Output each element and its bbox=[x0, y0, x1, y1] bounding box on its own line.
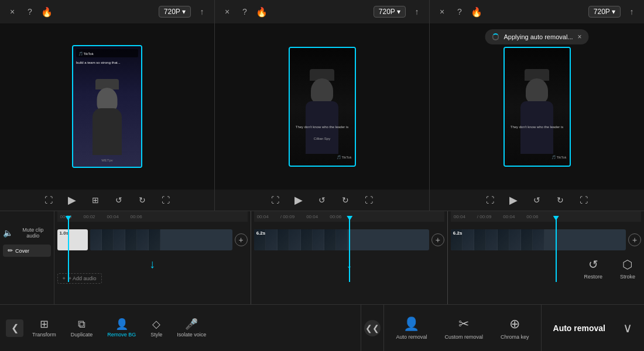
panel2-sub-text: Cillian Spy bbox=[314, 137, 330, 140]
panel3-video-content: They don't know who the leader is 🎵 TikT… bbox=[505, 48, 570, 166]
auto-removal-label: Auto removal bbox=[396, 334, 427, 340]
tl-clip-white-1[interactable]: 1.0s bbox=[57, 229, 88, 250]
panel1-overlay-text: build a team so strong that... bbox=[76, 61, 138, 64]
isolate-voice-tool[interactable]: 🎤 Isolate voice bbox=[171, 316, 212, 340]
transform-tool[interactable]: ⊞ Transform bbox=[26, 316, 62, 340]
style-tool[interactable]: ◇ Style bbox=[145, 316, 168, 340]
tl-clip-video-3[interactable]: 6.2s bbox=[451, 229, 626, 250]
tl-mark-3-0: 00:04 bbox=[454, 214, 465, 219]
tl-track-1: 1.0s + bbox=[57, 226, 248, 253]
panel3-help-btn[interactable]: ? bbox=[453, 5, 466, 18]
panel2-play-btn[interactable]: ▶ bbox=[292, 193, 306, 207]
chroma-key-tool[interactable]: ⊕ Chroma key bbox=[501, 316, 529, 340]
panel2-expand-btn[interactable]: ⛶ bbox=[268, 193, 282, 207]
custom-removal-tool[interactable]: ✂ Custom removal bbox=[444, 316, 483, 340]
panel1-redo-btn[interactable]: ↻ bbox=[135, 193, 149, 207]
panel2-redo-btn[interactable]: ↻ bbox=[338, 193, 352, 207]
tl-add-clip-btn-1[interactable]: + bbox=[235, 233, 248, 246]
clip-dur-3: 6.2s bbox=[453, 230, 463, 236]
restore-tool[interactable]: ↺ Restore bbox=[584, 257, 602, 280]
collapse-btn[interactable]: ❮ bbox=[6, 319, 23, 337]
duplicate-tool[interactable]: ⧉ Duplicate bbox=[65, 316, 99, 340]
stroke-tool[interactable]: ⬡ Stroke bbox=[620, 257, 635, 280]
mute-label: Mute clip audio bbox=[15, 227, 51, 239]
panel2-undo-btn[interactable]: ↺ bbox=[315, 193, 329, 207]
style-icon: ◇ bbox=[152, 319, 160, 329]
panel3-tiktok: 🎵 TikTok bbox=[551, 150, 567, 161]
panel1-video-content: 🎵 TikTok build a team so strong that... … bbox=[73, 46, 141, 167]
panel2-person bbox=[302, 69, 342, 157]
mute-clip-audio-btn[interactable]: 🔈 Mute clip audio bbox=[3, 227, 51, 239]
style-label: Style bbox=[150, 332, 162, 338]
tl-mark-3-3: 00:06 bbox=[526, 214, 538, 219]
panel1-close-btn[interactable]: × bbox=[6, 5, 19, 18]
down-arrow-1-container: ↓ bbox=[57, 257, 248, 271]
panel3-redo-btn[interactable]: ↻ bbox=[553, 193, 567, 207]
duplicate-label: Duplicate bbox=[71, 332, 93, 338]
tl-mark-1-2: 00:04 bbox=[107, 214, 119, 219]
tl-mark-3-2: 00:04 bbox=[503, 214, 515, 219]
panel1-help-btn[interactable]: ? bbox=[23, 5, 36, 18]
right-panel-tools: ↺ Restore ⬡ Stroke bbox=[451, 253, 641, 280]
remove-bg-tool[interactable]: 👤 Remove BG bbox=[101, 316, 142, 340]
panel3-controls: ⛶ ▶ ↺ ↻ ⛶ bbox=[430, 190, 644, 211]
panel1-bottom-text: WETpv bbox=[101, 153, 113, 164]
timeline-panel-1: 00:00 00:02 00:04 00:06 1.0s bbox=[54, 211, 251, 304]
cover-label[interactable]: ✏ Cover bbox=[3, 245, 51, 257]
panel3-close-btn[interactable]: × bbox=[436, 5, 448, 18]
tl-add-clip-btn-3[interactable]: + bbox=[628, 233, 641, 246]
notification-close-btn[interactable]: × bbox=[578, 33, 582, 41]
panel3-expand-btn[interactable]: ⛶ bbox=[483, 193, 497, 207]
timeline-section: 🔈 Mute clip audio ✏ Cover 00:00 00:02 00… bbox=[0, 211, 644, 304]
panel3-upload-btn[interactable]: ↑ bbox=[625, 5, 638, 18]
restore-icon: ↺ bbox=[588, 257, 598, 271]
panel3-play-btn[interactable]: ▶ bbox=[506, 193, 520, 207]
panel2-close-btn[interactable]: × bbox=[221, 5, 234, 18]
tl-add-clip-btn-2[interactable]: + bbox=[431, 233, 444, 246]
tl-frame bbox=[149, 229, 160, 250]
panel1-upload-btn[interactable]: ↑ bbox=[196, 5, 208, 18]
panel1-play-btn[interactable]: ▶ bbox=[65, 193, 79, 207]
tl-frame bbox=[90, 229, 102, 250]
panel3-fullscreen-btn[interactable]: ⛶ bbox=[577, 193, 591, 207]
panel2-help-btn[interactable]: ? bbox=[238, 5, 251, 18]
panel1-fullscreen-btn[interactable]: ⛶ bbox=[159, 193, 173, 207]
expand-chevron-icon[interactable]: ∨ bbox=[623, 321, 632, 336]
tl-clip-video-1[interactable] bbox=[90, 229, 232, 250]
toolbar-left: ❮ ⊞ Transform ⧉ Duplicate 👤 Remove BG ◇ … bbox=[0, 305, 361, 351]
panel2-video-thumb: They don't know who the leader is Cillia… bbox=[289, 47, 356, 167]
panel2-upload-btn[interactable]: ↑ bbox=[410, 5, 423, 18]
panel1-undo-btn[interactable]: ↺ bbox=[112, 193, 126, 207]
panel3-video-thumb: They don't know who the leader is 🎵 TikT… bbox=[503, 47, 571, 167]
bottom-toolbar: ❮ ⊞ Transform ⧉ Duplicate 👤 Remove BG ◇ … bbox=[0, 304, 644, 351]
tl-clip-video-2[interactable]: 6.2s bbox=[254, 229, 429, 250]
tl-frame bbox=[474, 229, 486, 250]
panel1-expand-btn[interactable]: ⛶ bbox=[42, 193, 56, 207]
panel2-fullscreen-btn[interactable]: ⛶ bbox=[362, 193, 376, 207]
panel1-grid-btn[interactable]: ⊞ bbox=[88, 193, 102, 207]
tl-frame bbox=[278, 229, 289, 250]
panel3-video-preview: Applying auto removal... × They don't kn… bbox=[430, 23, 644, 190]
duplicate-icon: ⧉ bbox=[78, 319, 85, 329]
down-arrow-1: ↓ bbox=[149, 257, 155, 271]
panel1-video-thumb: 🎵 TikTok build a team so strong that... … bbox=[72, 45, 142, 168]
stroke-icon: ⬡ bbox=[622, 257, 632, 271]
auto-removal-title: Auto removal bbox=[553, 324, 611, 333]
panel-collapse-btn[interactable]: ❮❮ bbox=[364, 320, 381, 336]
tl-mark-2-0: 00:04 bbox=[257, 214, 269, 219]
stroke-label: Stroke bbox=[620, 274, 635, 280]
remove-bg-label: Remove BG bbox=[107, 332, 136, 338]
tl-mark-1-3: 00:06 bbox=[131, 214, 142, 219]
add-audio-section-1: + + Add audio bbox=[57, 273, 248, 284]
panel1-resolution-btn[interactable]: 720P ▾ bbox=[159, 6, 191, 18]
add-audio-btn-1[interactable]: + + Add audio bbox=[57, 273, 102, 284]
plus-icon: + bbox=[63, 276, 66, 281]
tl-ruler-3: 00:04 / 00:09 00:04 00:06 bbox=[451, 211, 641, 222]
transform-icon: ⊞ bbox=[40, 319, 49, 329]
panel2-resolution-btn[interactable]: 720P ▾ bbox=[374, 6, 406, 18]
panel3-undo-btn[interactable]: ↺ bbox=[530, 193, 544, 207]
custom-removal-label: Custom removal bbox=[444, 334, 483, 340]
panel3-resolution-btn[interactable]: 720P ▾ bbox=[588, 6, 621, 18]
tl-mark-2-3: 00:06 bbox=[330, 214, 341, 219]
auto-removal-tool[interactable]: 👤 Auto removal bbox=[396, 316, 427, 340]
